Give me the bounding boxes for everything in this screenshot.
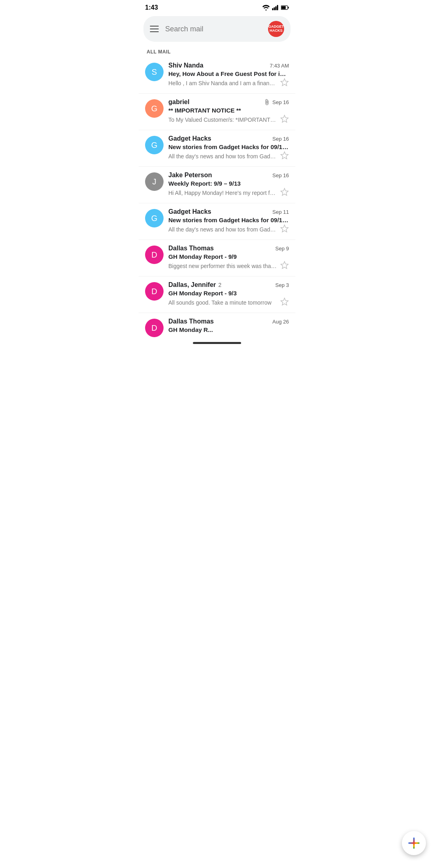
email-preview: All the day's news and how tos from Gadg… <box>168 226 277 233</box>
email-content: Shiv Nanda 7:43 AM Hey, How About a Free… <box>168 62 289 88</box>
email-content: Dallas, Jennifer 2 Sep 3 GH Monday Repor… <box>168 281 289 308</box>
sender-avatar: S <box>145 63 164 81</box>
email-date: Sep 16 <box>272 136 289 142</box>
status-icons <box>262 5 289 10</box>
email-subject: Weekly Report: 9/9 – 9/13 <box>168 180 289 187</box>
email-list-item[interactable]: J Jake Peterson Sep 16 Weekly Report: 9/… <box>139 167 295 203</box>
sender-name: Dallas, Jennifer <box>168 281 216 289</box>
email-content: Gadget Hacks Sep 16 New stories from Gad… <box>168 135 289 162</box>
email-preview: Biggest new performer this week was that… <box>168 263 277 269</box>
email-list: S Shiv Nanda 7:43 AM Hey, How About a Fr… <box>139 57 295 340</box>
email-subject: GH Monday Report - 9/9 <box>168 253 289 260</box>
svg-rect-4 <box>277 5 278 10</box>
star-button[interactable] <box>280 78 289 88</box>
svg-rect-3 <box>275 6 276 10</box>
sender-avatar: G <box>145 209 164 227</box>
email-preview: Hi All, Happy Monday! Here's my report f… <box>168 190 277 196</box>
sender-avatar: G <box>145 99 164 118</box>
email-content: Dallas Thomas Aug 26 GH Monday R... <box>168 318 289 334</box>
account-avatar[interactable]: GADGETHACKS <box>268 21 284 37</box>
star-button[interactable] <box>280 115 289 125</box>
email-date: Sep 16 <box>272 172 289 178</box>
email-content: gabriel Sep 16 ** IMPORTANT NOTICE ** To… <box>168 98 289 125</box>
sender-name: Gadget Hacks <box>168 208 211 215</box>
email-list-item[interactable]: D Dallas Thomas Aug 26 GH Monday R... <box>139 313 295 340</box>
battery-icon <box>281 5 289 10</box>
svg-point-0 <box>266 10 267 11</box>
star-button[interactable] <box>280 224 289 235</box>
email-preview: To My Valued Customer/s: *IMPORTANT N... <box>168 117 277 123</box>
email-list-item[interactable]: G Gadget Hacks Sep 11 New stories from G… <box>139 203 295 240</box>
email-date: Sep 3 <box>275 282 289 288</box>
email-subject: New stories from Gadget Hacks for 09/16.… <box>168 143 289 150</box>
email-subject: Hey, How About a Free Guest Post for ios… <box>168 70 289 77</box>
email-content: Dallas Thomas Sep 9 GH Monday Report - 9… <box>168 245 289 271</box>
sender-name: Jake Peterson <box>168 172 212 179</box>
email-date: Sep 16 <box>264 99 289 106</box>
sender-avatar: D <box>145 319 164 337</box>
search-bar[interactable]: Search mail GADGETHACKS <box>143 16 291 42</box>
email-thread-count: 2 <box>218 282 221 288</box>
sender-name: Dallas Thomas <box>168 318 214 325</box>
email-subject: GH Monday R... <box>168 326 289 333</box>
hamburger-menu-icon[interactable] <box>150 26 159 32</box>
sender-name: Shiv Nanda <box>168 62 203 69</box>
email-date: Sep 9 <box>275 246 289 252</box>
email-list-item[interactable]: S Shiv Nanda 7:43 AM Hey, How About a Fr… <box>139 57 295 94</box>
svg-rect-1 <box>272 8 273 10</box>
email-preview: All the day's news and how tos from Gadg… <box>168 153 277 160</box>
email-content: Gadget Hacks Sep 11 New stories from Gad… <box>168 208 289 235</box>
sender-name: Gadget Hacks <box>168 135 211 142</box>
sender-name: gabriel <box>168 98 189 106</box>
home-indicator <box>193 342 241 344</box>
email-preview: All sounds good. Take a minute tomorrow <box>168 299 277 306</box>
star-button[interactable] <box>280 297 289 308</box>
email-list-item[interactable]: D Dallas Thomas Sep 9 GH Monday Report -… <box>139 240 295 276</box>
email-list-item[interactable]: D Dallas, Jennifer 2 Sep 3 GH Monday Rep… <box>139 276 295 313</box>
section-label: ALL MAIL <box>139 47 295 57</box>
sender-avatar: D <box>145 246 164 264</box>
search-input[interactable]: Search mail <box>165 25 262 33</box>
star-button[interactable] <box>280 151 289 162</box>
status-time: 1:43 <box>145 4 158 11</box>
wifi-icon <box>262 5 270 10</box>
signal-icon <box>272 5 278 10</box>
email-subject: New stories from Gadget Hacks for 09/11.… <box>168 217 289 223</box>
bottom-bar <box>139 340 295 348</box>
svg-rect-2 <box>274 7 275 10</box>
email-subject: GH Monday Report - 9/3 <box>168 290 289 297</box>
star-button[interactable] <box>280 188 289 198</box>
email-date: Aug 26 <box>272 319 289 325</box>
sender-avatar: G <box>145 136 164 154</box>
attachment-icon <box>264 99 270 106</box>
email-content: Jake Peterson Sep 16 Weekly Report: 9/9 … <box>168 172 289 198</box>
svg-rect-7 <box>281 6 286 9</box>
email-date: 7:43 AM <box>270 63 289 69</box>
sender-avatar: D <box>145 282 164 301</box>
email-list-item[interactable]: G gabriel Sep 16 ** IMPORTANT NOTICE ** <box>139 94 295 130</box>
sender-avatar: J <box>145 172 164 191</box>
email-subject: ** IMPORTANT NOTICE ** <box>168 107 289 114</box>
email-list-item[interactable]: G Gadget Hacks Sep 16 New stories from G… <box>139 130 295 167</box>
sender-name: Dallas Thomas <box>168 245 214 252</box>
status-bar: 1:43 <box>139 0 295 14</box>
email-date: Sep 11 <box>272 209 289 215</box>
email-preview: Hello , I am Shiv Nanda and I am a finan… <box>168 80 277 86</box>
star-button[interactable] <box>280 261 289 271</box>
svg-rect-6 <box>288 7 289 9</box>
